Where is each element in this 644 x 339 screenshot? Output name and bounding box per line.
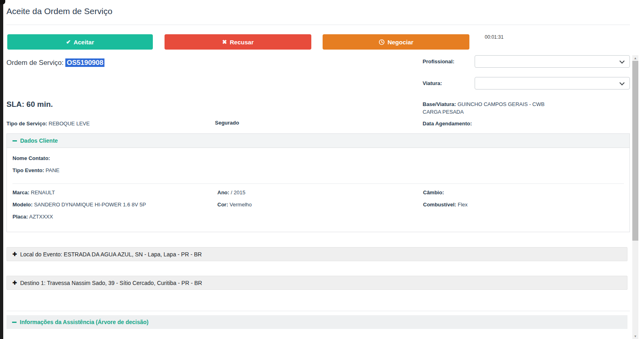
data-agendamento-field: Data Agendamento:	[423, 120, 472, 127]
cambio-field: Câmbio:	[423, 189, 444, 196]
chevron-down-icon	[619, 80, 625, 85]
base-viatura-label: Base/Viatura:	[423, 101, 456, 107]
service-order-accept-modal: Aceite da Ordem de Serviço ✔ Aceitar ✖ R…	[0, 0, 644, 339]
cambio-label: Câmbio:	[423, 189, 444, 195]
combustivel-value: Flex	[458, 202, 468, 208]
viatura-label: Viatura:	[423, 80, 442, 86]
tipo-servico-field: Tipo de Serviço: REBOQUE LEVE	[6, 120, 90, 127]
placa-value: AZTXXXX	[29, 214, 53, 220]
tipo-evento-field: Tipo Evento: PANE	[13, 166, 60, 174]
nome-contato-field: Nome Contato:	[13, 154, 50, 162]
destino-1-accordion[interactable]: ✚ Destino 1: Travessa Nassim Sado, 39 - …	[6, 276, 627, 290]
vertical-scrollbar[interactable]: ▲ ▼	[632, 55, 638, 339]
nome-contato-label: Nome Contato:	[13, 155, 50, 161]
panel-divider	[13, 183, 624, 184]
combustivel-label: Combustível:	[423, 202, 456, 208]
ano-label: Ano:	[217, 189, 229, 195]
background-page-edge	[0, 0, 3, 339]
chevron-down-icon	[619, 58, 625, 64]
clock-icon	[379, 39, 385, 45]
negotiate-button[interactable]: Negociar	[323, 34, 469, 50]
expand-plus-icon: ✚	[13, 252, 17, 257]
viatura-select[interactable]	[475, 77, 630, 89]
accept-button-label: Aceitar	[73, 39, 94, 46]
negotiate-button-label: Negociar	[388, 39, 413, 46]
dados-cliente-header[interactable]: Dados Cliente	[7, 134, 629, 148]
refuse-button[interactable]: ✖ Recusar	[165, 34, 311, 50]
ano-field: Ano: / 2015	[217, 189, 245, 196]
cor-label: Cor:	[217, 202, 228, 208]
order-number-label: Ordem de Serviço:	[6, 59, 64, 67]
tipo-servico-value: REBOQUE LEVE	[49, 121, 90, 127]
tipo-servico-label: Tipo de Serviço:	[6, 121, 47, 127]
segurado-label: Segurado	[215, 120, 239, 126]
check-icon: ✔	[66, 39, 71, 45]
dados-cliente-panel: Dados Cliente Nome Contato: Tipo Evento:…	[6, 133, 630, 232]
destino-1-label: Destino 1: Travessa Nassim Sado, 39 - Sí…	[20, 280, 202, 286]
modelo-value: SANDERO DYNAMIQUE HI-POWER 1.6 8V 5P	[34, 202, 146, 208]
collapse-minus-icon	[13, 140, 17, 141]
assistencia-title: Informações da Assistência (Árvore de de…	[20, 319, 148, 325]
countdown-timer: 00:01:31	[485, 34, 504, 40]
placa-field: Placa: AZTXXXX	[13, 213, 53, 220]
marca-label: Marca:	[13, 189, 29, 195]
combustivel-field: Combustível: Flex	[423, 201, 468, 208]
refuse-button-label: Recusar	[230, 39, 254, 46]
local-evento-accordion[interactable]: ✚ Local do Evento: ESTRADA DA AGUA AZUL,…	[6, 247, 627, 261]
order-number-line: Ordem de Serviço: OS5190908	[6, 59, 104, 67]
dados-cliente-title: Dados Cliente	[20, 137, 58, 144]
expand-plus-icon: ✚	[13, 280, 17, 285]
background-page-corner	[0, 0, 5, 4]
data-agendamento-label: Data Agendamento:	[423, 121, 472, 127]
marca-field: Marca: RENAULT	[13, 189, 55, 196]
tipo-evento-label: Tipo Evento:	[13, 167, 44, 173]
profissional-select[interactable]	[475, 55, 630, 68]
marca-value: RENAULT	[31, 189, 55, 195]
placa-label: Placa:	[13, 214, 28, 220]
cor-value: Vermelho	[229, 202, 252, 208]
scrollbar-up-arrow[interactable]: ▲	[632, 55, 638, 61]
modelo-field: Modelo: SANDERO DYNAMIQUE HI-POWER 1.6 8…	[13, 201, 146, 208]
tipo-evento-value: PANE	[46, 167, 59, 173]
cor-field: Cor: Vermelho	[217, 201, 252, 208]
section-divider	[6, 311, 630, 311]
page-title: Aceite da Ordem de Serviço	[6, 6, 113, 16]
modelo-label: Modelo:	[13, 202, 33, 208]
profissional-label: Profissional:	[423, 58, 454, 64]
header-divider	[6, 25, 630, 25]
collapse-minus-icon	[12, 322, 17, 323]
x-icon: ✖	[222, 39, 227, 45]
assistencia-section-header[interactable]: Informações da Assistência (Árvore de de…	[6, 315, 627, 329]
scrollbar-thumb[interactable]	[632, 61, 638, 241]
ano-value: / 2015	[231, 189, 245, 195]
order-number-value: OS5190908	[65, 58, 104, 67]
base-viatura-field: Base/Viatura: GUINCHO CAMPOS GERAIS - CW…	[423, 100, 562, 116]
scrollbar-down-arrow[interactable]: ▼	[632, 333, 638, 339]
sla-text: SLA: 60 min.	[6, 100, 53, 109]
accept-button[interactable]: ✔ Aceitar	[7, 34, 153, 50]
local-evento-label: Local do Evento: ESTRADA DA AGUA AZUL, S…	[20, 251, 202, 258]
